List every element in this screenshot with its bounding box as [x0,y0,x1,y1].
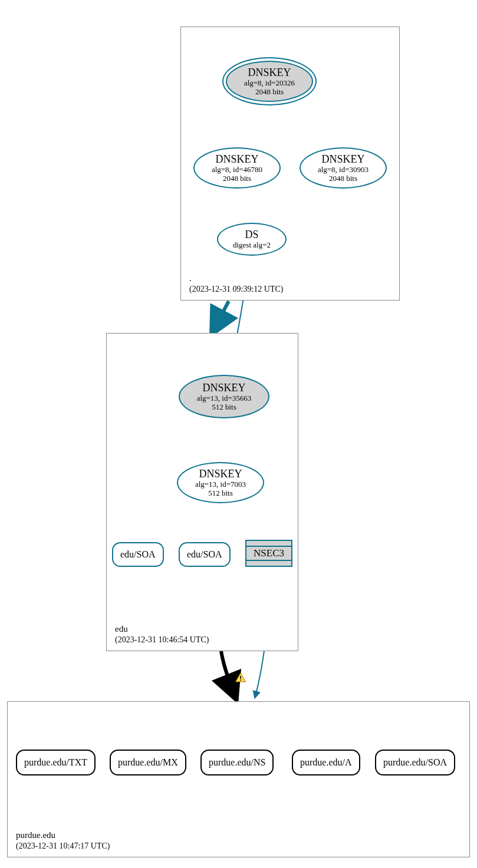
node-root-zsk2-title: DNSKEY [321,153,364,166]
node-root-ksk-title: DNSKEY [248,67,291,79]
node-edu-nsec3[interactable]: NSEC3 [245,540,292,567]
node-root-ksk-line1: alg=8, id=20326 [244,79,295,88]
node-root-zsk1-title: DNSKEY [215,153,258,166]
node-root-ds-line1: digest alg=2 [233,241,271,250]
node-root-zsk2-line1: alg=8, id=30903 [318,166,369,174]
node-edu-soa2[interactable]: edu/SOA [179,542,231,567]
node-purdue-ns[interactable]: purdue.edu/NS [200,750,274,775]
edge-root-to-edu-delegation [212,301,229,333]
zone-purdue-name: purdue.edu [16,830,110,841]
node-root-zsk1-line1: alg=8, id=46780 [212,166,262,174]
svg-rect-1 [240,679,241,681]
node-root-ds[interactable]: DS digest alg=2 [217,223,287,256]
zone-purdue-label: purdue.edu (2023-12-31 10:47:17 UTC) [16,830,110,851]
node-edu-ksk-line2: 512 bits [212,403,236,412]
node-root-zsk1[interactable]: DNSKEY alg=8, id=46780 2048 bits [193,147,281,189]
node-edu-ksk-title: DNSKEY [202,382,245,394]
node-root-ksk-line2: 2048 bits [255,88,284,97]
node-purdue-mx[interactable]: purdue.edu/MX [110,750,186,775]
warning-icon[interactable] [235,672,246,684]
node-edu-zsk-title: DNSKEY [199,468,242,480]
zone-root-name: . [189,273,283,284]
node-root-zsk1-line2: 2048 bits [223,174,251,183]
node-edu-ksk-line1: alg=13, id=35663 [197,394,252,403]
dnssec-graph: . (2023-12-31 09:39:12 UTC) DNSKEY alg=8… [0,0,477,868]
zone-edu-name: edu [115,623,209,635]
zone-purdue-timestamp: (2023-12-31 10:47:17 UTC) [16,841,110,852]
node-purdue-a[interactable]: purdue.edu/A [292,750,360,775]
node-edu-zsk-line2: 512 bits [208,489,233,498]
node-edu-zsk-line1: alg=13, id=7003 [195,480,246,489]
node-edu-soa1[interactable]: edu/SOA [112,542,164,567]
zone-edu-label: edu (2023-12-31 10:46:54 UTC) [115,623,209,645]
node-root-ds-title: DS [245,229,258,241]
node-root-zsk2[interactable]: DNSKEY alg=8, id=30903 2048 bits [300,147,387,189]
svg-rect-0 [240,676,241,679]
node-root-zsk2-line2: 2048 bits [329,174,357,183]
node-edu-ksk[interactable]: DNSKEY alg=13, id=35663 512 bits [179,375,269,418]
edge-edu-to-purdue-delegation [221,651,236,698]
node-purdue-txt[interactable]: purdue.edu/TXT [16,750,96,775]
zone-purdue: purdue.edu (2023-12-31 10:47:17 UTC) [7,701,470,857]
node-root-ksk[interactable]: DNSKEY alg=8, id=20326 2048 bits [226,61,313,102]
zone-root-label: . (2023-12-31 09:39:12 UTC) [189,273,283,294]
zone-edu-timestamp: (2023-12-31 10:46:54 UTC) [115,635,209,645]
zone-root-timestamp: (2023-12-31 09:39:12 UTC) [189,284,283,295]
node-edu-nsec3-label: NSEC3 [246,546,291,561]
node-purdue-soa[interactable]: purdue.edu/SOA [375,750,455,775]
node-edu-zsk[interactable]: DNSKEY alg=13, id=7003 512 bits [177,462,264,503]
